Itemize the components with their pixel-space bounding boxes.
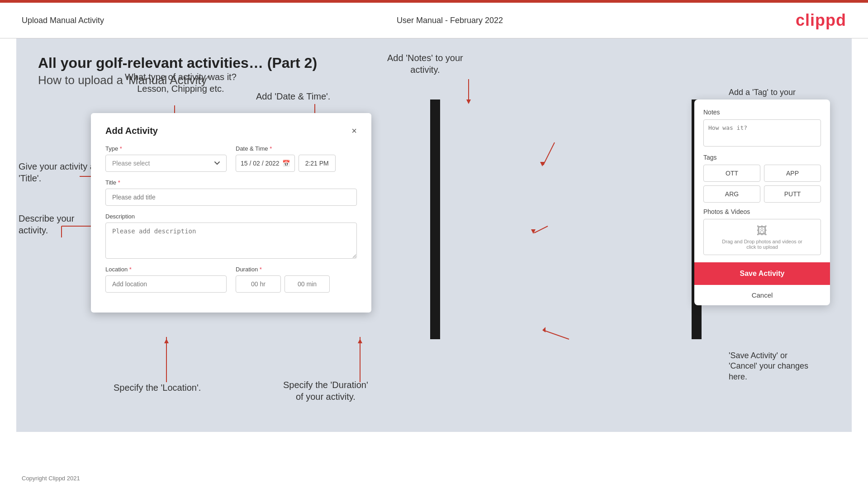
modal-header: Add Activity × (105, 126, 357, 136)
main-content: All your golf-relevant activities… (Part… (16, 38, 852, 432)
datetime-label: Date & Time * (236, 145, 357, 152)
svg-line-18 (543, 142, 555, 165)
tag-app[interactable]: APP (764, 165, 821, 182)
modal-title: Add Activity (105, 126, 158, 136)
manual-label: User Manual - February 2022 (397, 16, 503, 25)
page-label: Upload Manual Activity (22, 16, 104, 25)
type-select[interactable]: Please select (105, 155, 227, 172)
svg-marker-21 (531, 229, 536, 234)
description-group: Description (105, 213, 357, 259)
annotation-title: Give your activity a 'Title'. (19, 161, 95, 184)
date-value: 15 / 02 / 2022 (241, 160, 280, 167)
photo-icon: 🖼 (757, 224, 768, 237)
location-label: Location * (105, 266, 227, 273)
calendar-icon[interactable]: 📅 (282, 160, 290, 167)
tag-arg[interactable]: ARG (703, 185, 760, 203)
tags-grid: OTT APP ARG PUTT (703, 165, 821, 203)
type-datetime-row: Type * Please select Date & Time * 15 / … (105, 145, 357, 172)
location-input[interactable] (105, 275, 227, 293)
svg-marker-11 (164, 339, 169, 343)
description-input[interactable] (105, 223, 357, 259)
phone-left-bar (430, 99, 440, 339)
annotation-date-time: Add 'Date & Time'. (256, 90, 330, 102)
annotation-activity-type: What type of activity was it? Lesson, Ch… (125, 71, 237, 95)
duration-group: Duration * (236, 266, 357, 293)
annotation-describe: Describe your activity. (19, 213, 74, 236)
location-group: Location * (105, 266, 227, 293)
title-input[interactable] (105, 189, 357, 206)
date-input[interactable]: 15 / 02 / 2022 📅 (236, 155, 295, 172)
tag-putt[interactable]: PUTT (764, 185, 821, 203)
svg-marker-17 (466, 99, 471, 104)
logo: clippd (796, 11, 846, 30)
annotation-save-cancel: 'Save Activity' or 'Cancel' your changes… (729, 351, 846, 382)
annotation-notes: Add 'Notes' to your activity. (387, 52, 463, 76)
photos-text: Drag and Drop photos and videos or click… (722, 239, 802, 250)
annotation-duration: Specify the 'Duration' of your activity. (283, 379, 368, 403)
duration-label: Duration * (236, 266, 357, 273)
svg-line-22 (543, 330, 569, 339)
photos-upload-area[interactable]: 🖼 Drag and Drop photos and videos or cli… (703, 219, 821, 255)
copyright: Copyright Clippd 2021 (22, 475, 80, 482)
svg-marker-14 (358, 339, 362, 343)
annotation-location: Specify the 'Location'. (114, 382, 201, 393)
header: Upload Manual Activity User Manual - Feb… (0, 3, 868, 38)
close-button[interactable]: × (351, 126, 357, 136)
title-label: Title * (105, 179, 357, 186)
description-label: Description (105, 213, 357, 220)
panel-inner: Notes Tags OTT APP ARG PUTT Photos & Vid… (694, 99, 830, 255)
svg-marker-19 (540, 162, 545, 166)
duration-hr-input[interactable] (236, 275, 281, 293)
datetime-group: Date & Time * 15 / 02 / 2022 📅 2:21 PM (236, 145, 357, 172)
time-input[interactable]: 2:21 PM (299, 155, 336, 172)
notes-label: Notes (703, 109, 821, 116)
right-panel: Notes Tags OTT APP ARG PUTT Photos & Vid… (694, 99, 830, 305)
type-label: Type * (105, 145, 227, 152)
duration-min-input[interactable] (285, 275, 330, 293)
time-value: 2:21 PM (305, 160, 329, 167)
svg-line-20 (534, 226, 548, 233)
duration-inputs (236, 275, 357, 293)
cancel-button[interactable]: Cancel (694, 285, 830, 305)
tag-ott[interactable]: OTT (703, 165, 760, 182)
date-time-inputs: 15 / 02 / 2022 📅 2:21 PM (236, 155, 357, 172)
tags-label: Tags (703, 154, 821, 161)
title-group: Title * (105, 179, 357, 206)
location-duration-row: Location * Duration * (105, 266, 357, 293)
notes-input[interactable] (703, 119, 821, 147)
type-group: Type * Please select (105, 145, 227, 172)
add-activity-modal: Add Activity × Type * Please select Date… (91, 113, 371, 313)
svg-marker-23 (542, 327, 545, 332)
footer: Copyright Clippd 2021 (22, 475, 80, 482)
photos-label: Photos & Videos (703, 208, 821, 215)
save-activity-button[interactable]: Save Activity (694, 262, 830, 285)
